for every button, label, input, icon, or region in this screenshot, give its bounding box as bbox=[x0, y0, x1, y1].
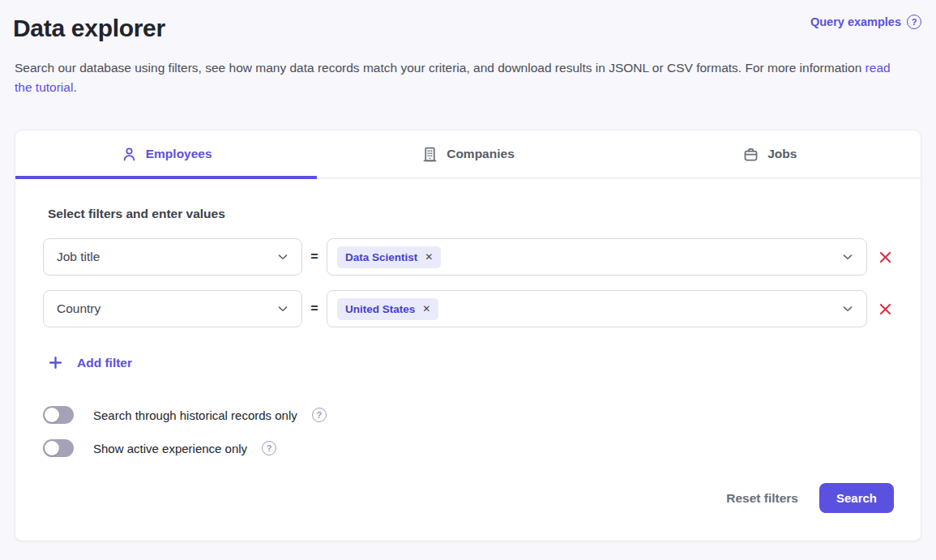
reset-filters-button[interactable]: Reset filters bbox=[726, 491, 798, 506]
tab-employees[interactable]: Employees bbox=[15, 130, 317, 177]
tab-label: Companies bbox=[447, 147, 515, 161]
filter-field-select[interactable]: Job title bbox=[43, 238, 302, 276]
add-filter-button[interactable]: Add filter bbox=[48, 355, 132, 370]
building-icon bbox=[421, 146, 438, 163]
page-description: Search our database using filters, see h… bbox=[15, 58, 898, 97]
filters-panel: Select filters and enter values Job titl… bbox=[15, 179, 921, 541]
query-examples-link[interactable]: Query examples ? bbox=[810, 11, 921, 29]
data-explorer-page: Data explorer Query examples ? Search ou… bbox=[0, 0, 936, 541]
toggle-knob bbox=[45, 408, 59, 422]
tab-jobs[interactable]: Jobs bbox=[619, 130, 921, 177]
person-icon bbox=[121, 146, 138, 163]
equals-operator: = bbox=[302, 301, 327, 316]
tab-label: Jobs bbox=[767, 147, 797, 161]
chevron-down-icon bbox=[276, 250, 290, 264]
tag-remove-icon[interactable]: ✕ bbox=[425, 252, 433, 262]
filter-values-input[interactable]: Data Scientist ✕ bbox=[327, 238, 867, 276]
equals-operator: = bbox=[302, 250, 327, 264]
help-icon[interactable]: ? bbox=[262, 441, 276, 455]
filter-field-select[interactable]: Country bbox=[43, 290, 302, 327]
toggle-row-active-experience: Show active experience only ? bbox=[43, 439, 894, 457]
active-experience-toggle[interactable] bbox=[43, 439, 74, 457]
entity-tabbar: Employees Companies bbox=[15, 130, 921, 179]
remove-filter-row-icon[interactable] bbox=[876, 248, 894, 266]
toggle-label: Show active experience only bbox=[93, 442, 247, 455]
filter-values-input[interactable]: United States ✕ bbox=[327, 290, 867, 327]
tab-label: Employees bbox=[146, 147, 212, 161]
toggle-knob bbox=[45, 441, 59, 455]
page-header: Data explorer Query examples ? bbox=[15, 11, 921, 42]
description-period: . bbox=[73, 80, 76, 94]
chevron-down-icon bbox=[840, 301, 855, 316]
tab-companies[interactable]: Companies bbox=[317, 130, 618, 177]
query-examples-label: Query examples bbox=[810, 15, 901, 28]
add-filter-label: Add filter bbox=[77, 356, 132, 370]
description-text: Search our database using filters, see h… bbox=[15, 61, 861, 75]
filter-row-job-title: Job title = Data Scientist ✕ bbox=[43, 238, 894, 276]
briefcase-icon bbox=[742, 146, 759, 163]
tag-remove-icon[interactable]: ✕ bbox=[422, 304, 430, 314]
value-tag-label: United States bbox=[345, 303, 415, 315]
chevron-down-icon bbox=[840, 250, 855, 264]
page-title: Data explorer bbox=[13, 11, 165, 42]
toggle-row-historical: Search through historical records only ? bbox=[43, 406, 894, 424]
value-tag: Data Scientist ✕ bbox=[337, 246, 441, 268]
help-icon[interactable]: ? bbox=[312, 408, 327, 422]
search-card: Employees Companies bbox=[15, 130, 921, 541]
toggle-label: Search through historical records only bbox=[93, 408, 297, 422]
search-button[interactable]: Search bbox=[819, 483, 894, 513]
filter-field-value: Job title bbox=[57, 250, 100, 264]
card-footer: Reset filters Search bbox=[43, 459, 894, 513]
value-tag-label: Data Scientist bbox=[345, 251, 417, 263]
value-tag: United States ✕ bbox=[337, 298, 438, 320]
chevron-down-icon bbox=[276, 301, 290, 316]
filter-field-value: Country bbox=[57, 301, 100, 316]
plus-icon bbox=[48, 355, 63, 370]
filter-row-country: Country = United States ✕ bbox=[43, 290, 894, 327]
help-icon: ? bbox=[907, 15, 921, 29]
historical-records-toggle[interactable] bbox=[43, 406, 74, 424]
toggle-options: Search through historical records only ?… bbox=[43, 406, 894, 457]
remove-filter-row-icon[interactable] bbox=[876, 300, 894, 318]
filters-heading: Select filters and enter values bbox=[48, 207, 894, 221]
